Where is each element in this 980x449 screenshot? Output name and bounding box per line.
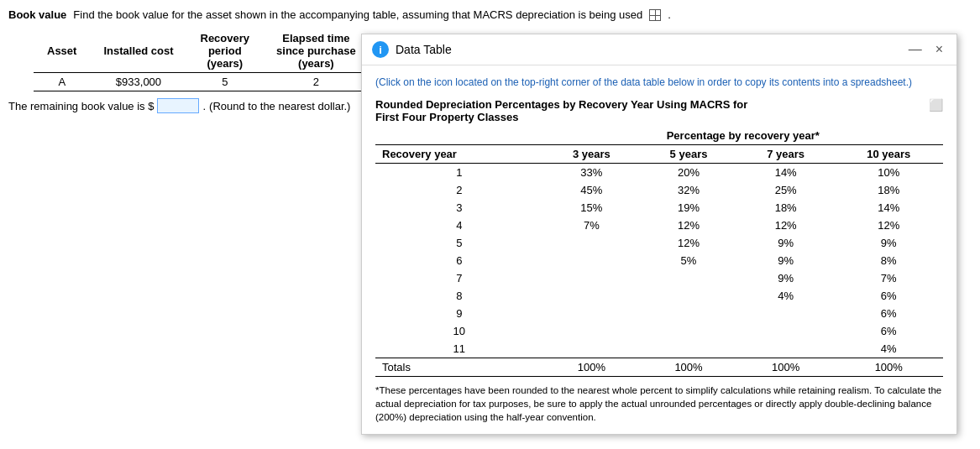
col-asset: Asset <box>34 29 90 73</box>
table-row: 106% <box>375 322 943 340</box>
table-title-line2: First Four Property Classes <box>375 111 747 123</box>
header-description: Find the book value for the asset shown … <box>73 8 642 21</box>
modal-controls: — × <box>905 42 946 57</box>
table-titles: Rounded Depreciation Percentages by Reco… <box>375 98 747 123</box>
asset-table: Asset Installed cost Recoveryperiod(year… <box>34 29 369 91</box>
table-row: 315%19%18%14% <box>375 199 943 217</box>
data-table-modal: i Data Table — × (Click on the icon loca… <box>361 34 957 435</box>
depreciation-table: Percentage by recovery year* Recovery ye… <box>375 127 943 377</box>
col-10years: 10 years <box>835 144 943 163</box>
elapsed-time: 2 <box>263 73 369 91</box>
modal-body: (Click on the icon located on the top-ri… <box>362 65 956 434</box>
table-row: 96% <box>375 305 943 322</box>
table-row: 47%12%12%12% <box>375 217 943 234</box>
table-title-line1: Rounded Depreciation Percentages by Reco… <box>375 98 747 111</box>
col-elapsed-time: Elapsed timesince purchase(years) <box>263 29 369 73</box>
totals-label: Totals <box>375 358 543 376</box>
table-row: 245%32%25%18% <box>375 181 943 199</box>
col-5years: 5 years <box>640 144 737 163</box>
table-section-title: Rounded Depreciation Percentages by Reco… <box>375 98 943 123</box>
copy-icon[interactable]: ⬜ <box>929 98 943 112</box>
grid-icon[interactable] <box>649 9 661 21</box>
col-3years: 3 years <box>543 144 641 163</box>
totals-5years: 100% <box>640 358 737 376</box>
table-row: 65%9%8% <box>375 252 943 269</box>
table-row: 114% <box>375 340 943 358</box>
recovery-period: 5 <box>187 73 264 91</box>
percentage-header: Percentage by recovery year* <box>543 127 944 145</box>
table-row: 512%9%9% <box>375 234 943 252</box>
header-row: Book value Find the book value for the a… <box>8 8 972 21</box>
modal-header: i Data Table — × <box>362 34 956 65</box>
table-row: A $933,000 5 2 <box>34 73 369 91</box>
main-container: Book value Find the book value for the a… <box>0 0 980 449</box>
minimize-button[interactable]: — <box>905 42 925 57</box>
col-recovery-year: Recovery year <box>375 144 543 163</box>
installed-cost: $933,000 <box>90 73 186 91</box>
totals-7years: 100% <box>737 358 835 376</box>
remaining-label: The remaining book value is $ <box>8 100 154 112</box>
close-button[interactable]: × <box>932 42 946 57</box>
asset-name: A <box>34 73 90 91</box>
book-value-input[interactable] <box>157 98 199 113</box>
col-installed-cost: Installed cost <box>90 29 186 73</box>
totals-10years: 100% <box>835 358 943 376</box>
modal-title: Data Table <box>396 43 899 56</box>
book-value-label: Book value <box>8 8 66 21</box>
click-note: (Click on the icon located on the top-ri… <box>375 76 943 90</box>
round-note: . <box>202 100 206 112</box>
col-recovery-period: Recoveryperiod(years) <box>187 29 264 73</box>
round-note-text: (Round to the nearest dollar.) <box>209 100 350 112</box>
footnote: *These percentages have been rounded to … <box>375 384 943 424</box>
totals-3years: 100% <box>543 358 641 376</box>
info-icon: i <box>372 41 389 58</box>
table-row: 84%6% <box>375 287 943 305</box>
table-row: 133%20%14%10% <box>375 163 943 181</box>
col-7years: 7 years <box>737 144 835 163</box>
totals-row: Totals 100% 100% 100% 100% <box>375 358 943 376</box>
table-row: 79%7% <box>375 269 943 287</box>
